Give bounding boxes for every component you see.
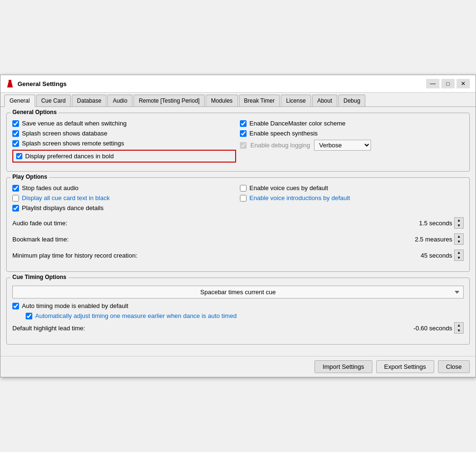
play-options-group: Play Options Stop fades out audio Displa… bbox=[6, 177, 470, 272]
display-preferred-label: Display preferred dances in bold bbox=[25, 153, 114, 160]
checkbox-auto-timing: Auto timing mode is enabled by default bbox=[12, 302, 464, 309]
cue-timing-title: Cue Timing Options bbox=[10, 274, 68, 280]
checkbox-playlist-dance: Playlist displays dance details bbox=[12, 204, 236, 212]
debug-logging-row: Enable debug logging Verbose Normal Mini… bbox=[240, 140, 464, 151]
tab-audio[interactable]: Audio bbox=[107, 95, 133, 106]
title-buttons: — □ ✕ bbox=[426, 79, 470, 88]
checkbox-stop-fades: Stop fades out audio bbox=[12, 184, 236, 192]
enable-dancemaster-label: Enable DanceMaster color scheme bbox=[249, 120, 345, 127]
min-play-time-down[interactable]: ▼ bbox=[455, 255, 463, 260]
display-cue-black-checkbox[interactable] bbox=[12, 195, 19, 202]
verbose-select[interactable]: Verbose Normal Minimal bbox=[314, 140, 371, 151]
min-play-time-label: Minimum play time for history record cre… bbox=[12, 252, 421, 259]
tab-debug[interactable]: Debug bbox=[338, 95, 365, 106]
window-title: General Settings bbox=[18, 80, 67, 87]
bookmark-lead-up[interactable]: ▲ bbox=[455, 234, 463, 239]
save-venue-checkbox[interactable] bbox=[12, 120, 19, 127]
auto-timing-label: Auto timing mode is enabled by default bbox=[22, 302, 128, 309]
close-dialog-button[interactable]: Close bbox=[438, 360, 470, 373]
save-venue-label: Save venue as default when switching bbox=[22, 120, 126, 127]
stop-fades-label: Stop fades out audio bbox=[22, 184, 78, 192]
bookmark-lead-value: 2.5 measures bbox=[415, 236, 452, 243]
playlist-dance-label: Playlist displays dance details bbox=[22, 204, 104, 212]
close-window-button[interactable]: ✕ bbox=[457, 79, 470, 88]
general-left-col: Save venue as default when switching Spl… bbox=[12, 120, 236, 165]
splash-db-checkbox[interactable] bbox=[12, 130, 19, 137]
display-preferred-checkbox[interactable] bbox=[16, 153, 22, 159]
enable-debug-checkbox[interactable] bbox=[240, 142, 247, 149]
min-play-time-up[interactable]: ▲ bbox=[455, 250, 463, 255]
tab-license[interactable]: License bbox=[281, 95, 311, 106]
splash-db-label: Splash screen shows database bbox=[22, 130, 107, 137]
dress-icon bbox=[6, 80, 14, 87]
tab-about[interactable]: About bbox=[312, 95, 337, 106]
enable-dancemaster-checkbox[interactable] bbox=[240, 120, 247, 127]
play-left-col: Stop fades out audio Display all cue car… bbox=[12, 184, 236, 214]
highlight-lead-spinbox: ▲ ▼ bbox=[454, 322, 464, 334]
voice-cues-label: Enable voice cues by default bbox=[249, 184, 328, 192]
checkbox-splash-remote: Splash screen shows remote settings bbox=[12, 140, 236, 147]
title-bar: General Settings — □ ✕ bbox=[0, 75, 476, 93]
tab-remote[interactable]: Remote [Testing Period] bbox=[133, 95, 205, 106]
tab-cuecard[interactable]: Cue Card bbox=[36, 95, 71, 106]
checkbox-enable-speech: Enable speech synthesis bbox=[240, 130, 464, 137]
playlist-dance-checkbox[interactable] bbox=[12, 205, 19, 212]
checkbox-splash-db: Splash screen shows database bbox=[12, 130, 236, 137]
auto-timing-checkbox[interactable] bbox=[12, 303, 19, 309]
tab-database[interactable]: Database bbox=[72, 95, 106, 106]
tab-general[interactable]: General bbox=[4, 95, 35, 107]
stop-fades-checkbox[interactable] bbox=[12, 185, 19, 192]
audio-fade-down[interactable]: ▼ bbox=[455, 223, 463, 228]
audio-fade-value: 1.5 seconds bbox=[419, 220, 452, 227]
checkbox-save-venue: Save venue as default when switching bbox=[12, 120, 236, 127]
play-options-title: Play Options bbox=[10, 173, 49, 180]
splash-remote-checkbox[interactable] bbox=[12, 140, 19, 147]
cue-timing-dropdown[interactable]: Spacebar times current cue Spacebar time… bbox=[12, 286, 464, 298]
tab-breaktimer[interactable]: Break Timer bbox=[239, 95, 280, 106]
voice-intro-checkbox[interactable] bbox=[240, 195, 247, 202]
highlight-lead-up[interactable]: ▲ bbox=[455, 323, 463, 328]
general-right-col: Enable DanceMaster color scheme Enable s… bbox=[240, 120, 464, 165]
window: General Settings — □ ✕ General Cue Card … bbox=[0, 75, 476, 377]
bottom-bar: Import Settings Export Settings Close bbox=[0, 356, 476, 377]
enable-speech-checkbox[interactable] bbox=[240, 130, 247, 137]
bookmark-lead-label: Bookmark lead time: bbox=[12, 236, 415, 243]
auto-adjust-label: Automatically adjust timing one measure … bbox=[35, 312, 237, 319]
tab-modules[interactable]: Modules bbox=[206, 95, 238, 106]
checkbox-auto-adjust: Automatically adjust timing one measure … bbox=[26, 312, 464, 319]
maximize-button[interactable]: □ bbox=[441, 79, 455, 88]
min-play-time-value: 45 seconds bbox=[421, 252, 453, 259]
highlight-lead-row: Default highlight lead time: -0.60 secon… bbox=[12, 322, 464, 334]
audio-fade-row: Audio fade out time: 1.5 seconds ▲ ▼ bbox=[12, 217, 464, 229]
voice-cues-checkbox[interactable] bbox=[240, 185, 247, 192]
enable-speech-label: Enable speech synthesis bbox=[249, 130, 318, 137]
cue-timing-group: Cue Timing Options Spacebar times curren… bbox=[6, 278, 470, 345]
checkbox-enable-dancemaster: Enable DanceMaster color scheme bbox=[240, 120, 464, 127]
import-settings-button[interactable]: Import Settings bbox=[314, 360, 372, 373]
auto-adjust-checkbox[interactable] bbox=[26, 313, 32, 319]
title-bar-left: General Settings bbox=[6, 80, 67, 87]
export-settings-button[interactable]: Export Settings bbox=[376, 360, 434, 373]
tab-bar: General Cue Card Database Audio Remote [… bbox=[0, 93, 476, 107]
content-area: General Options Save venue as default wh… bbox=[0, 107, 476, 356]
checkbox-display-cue-black: Display all cue card text in black bbox=[12, 194, 236, 202]
bookmark-lead-spinbox: ▲ ▼ bbox=[454, 233, 464, 245]
audio-fade-spinbox: ▲ ▼ bbox=[454, 217, 464, 229]
cue-timing-content: Spacebar times current cue Spacebar time… bbox=[12, 286, 464, 334]
min-play-time-spinbox: ▲ ▼ bbox=[454, 250, 464, 261]
bookmark-lead-down[interactable]: ▼ bbox=[455, 239, 463, 244]
highlighted-display-preferred: Display preferred dances in bold bbox=[12, 150, 236, 163]
highlight-lead-value: -0.60 seconds bbox=[413, 325, 452, 332]
enable-debug-label: Enable debug logging bbox=[250, 142, 310, 149]
checkbox-voice-cues: Enable voice cues by default bbox=[240, 184, 464, 192]
audio-fade-up[interactable]: ▲ bbox=[455, 218, 463, 223]
voice-intro-label: Enable voice introductions by default bbox=[249, 194, 350, 202]
highlight-lead-down[interactable]: ▼ bbox=[455, 328, 463, 333]
display-cue-black-label: Display all cue card text in black bbox=[22, 194, 110, 202]
play-right-col: Enable voice cues by default Enable voic… bbox=[240, 184, 464, 214]
splash-remote-label: Splash screen shows remote settings bbox=[22, 140, 124, 147]
general-options-title: General Options bbox=[10, 109, 58, 115]
bookmark-lead-row: Bookmark lead time: 2.5 measures ▲ ▼ bbox=[12, 233, 464, 245]
audio-fade-label: Audio fade out time: bbox=[12, 220, 419, 227]
minimize-button[interactable]: — bbox=[426, 79, 439, 88]
